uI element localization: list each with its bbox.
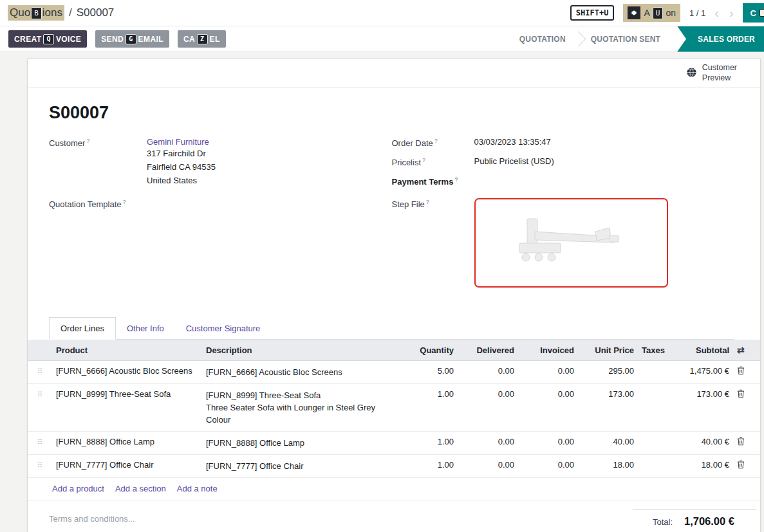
order-date-value[interactable]: 03/03/2023 13:35:47 bbox=[474, 137, 551, 147]
add-product-link[interactable]: Add a product bbox=[52, 484, 104, 493]
send-email-button[interactable]: SEND G EMAIL bbox=[95, 30, 169, 48]
delete-row-icon[interactable] bbox=[737, 437, 745, 448]
order-line-row[interactable]: ⠿ [FURN_6666] Acoustic Bloc Screens [FUR… bbox=[28, 361, 760, 384]
cell-delivered[interactable]: 0.00 bbox=[458, 455, 518, 478]
column-subtotal[interactable]: Subtotal bbox=[669, 340, 733, 361]
cell-quantity[interactable]: 1.00 bbox=[398, 432, 458, 455]
cell-invoiced[interactable]: 0.00 bbox=[518, 432, 578, 455]
column-product[interactable]: Product bbox=[52, 340, 202, 361]
cell-quantity[interactable]: 1.00 bbox=[398, 384, 458, 432]
cell-quantity[interactable]: 5.00 bbox=[398, 361, 458, 384]
breadcrumb-section-text: Quo bbox=[10, 6, 30, 19]
cell-invoiced[interactable]: 0.00 bbox=[518, 455, 578, 478]
terms-placeholder-input[interactable]: Terms and conditions... bbox=[49, 509, 135, 524]
drag-handle-icon[interactable]: ⠿ bbox=[37, 461, 42, 469]
cell-product[interactable]: [FURN_7777] Office Chair bbox=[52, 455, 202, 478]
pager-next-icon[interactable]: › bbox=[729, 6, 734, 19]
step-file-image[interactable] bbox=[474, 198, 668, 288]
stage-sales-order[interactable]: SALES ORDER bbox=[677, 26, 764, 52]
cell-delivered[interactable]: 0.00 bbox=[458, 361, 518, 384]
stage-quotation-sent[interactable]: QUOTATION SENT bbox=[581, 26, 671, 52]
cell-unit-price[interactable]: 173.00 bbox=[578, 384, 638, 432]
cell-unit-price[interactable]: 40.00 bbox=[578, 432, 638, 455]
tab-order-lines[interactable]: Order Lines bbox=[49, 317, 116, 340]
action-menu-button[interactable]: A U on bbox=[623, 4, 680, 22]
cell-description[interactable]: [FURN_7777] Office Chair bbox=[202, 455, 398, 478]
cell-product[interactable]: [FURN_8999] Three-Seat Sofa bbox=[52, 384, 202, 432]
cell-quantity[interactable]: 1.00 bbox=[398, 455, 458, 478]
cell-taxes[interactable] bbox=[638, 361, 669, 384]
cell-unit-price[interactable]: 295.00 bbox=[578, 361, 638, 384]
customer-preview-button[interactable]: Customer Preview bbox=[686, 63, 737, 83]
column-invoiced[interactable]: Invoiced bbox=[518, 340, 578, 361]
shortcut-badge-g: G bbox=[126, 34, 136, 44]
content-area: Customer Preview S00007 Customer? Gemini… bbox=[0, 52, 764, 532]
column-quantity[interactable]: Quantity bbox=[398, 340, 458, 361]
drag-handle-icon[interactable]: ⠿ bbox=[37, 367, 42, 375]
delete-row-icon[interactable] bbox=[737, 389, 745, 400]
cell-invoiced[interactable]: 0.00 bbox=[518, 361, 578, 384]
cell-product[interactable]: [FURN_8888] Office Lamp bbox=[52, 432, 202, 455]
cell-description[interactable]: [FURN_8888] Office Lamp bbox=[202, 432, 398, 455]
cell-description[interactable]: [FURN_6666] Acoustic Bloc Screens bbox=[202, 361, 398, 384]
cell-delivered[interactable]: 0.00 bbox=[458, 384, 518, 432]
record-title[interactable]: S00007 bbox=[49, 103, 734, 123]
cell-delivered[interactable]: 0.00 bbox=[458, 432, 518, 455]
3d-model-preview bbox=[513, 212, 629, 274]
delete-row-icon[interactable] bbox=[737, 460, 745, 471]
create-invoice-button[interactable]: CREAT Q VOICE bbox=[8, 30, 87, 48]
cell-taxes[interactable] bbox=[638, 455, 669, 478]
customer-address-line: United States bbox=[147, 174, 216, 187]
pager-previous-icon[interactable]: ‹ bbox=[714, 6, 719, 19]
drag-handle-icon[interactable]: ⠿ bbox=[37, 390, 42, 398]
notebook-tabs: Order Lines Other Info Customer Signatur… bbox=[49, 317, 734, 340]
customer-link[interactable]: Gemini Furniture bbox=[147, 137, 209, 147]
description-line: [FURN_7777] Office Chair bbox=[206, 460, 395, 472]
delete-row-icon[interactable] bbox=[737, 366, 745, 377]
field-grid: Customer? Gemini Furniture 317 Fairchild… bbox=[49, 137, 734, 299]
breadcrumb-quotations-link[interactable]: Quo B ions bbox=[8, 5, 64, 21]
add-note-link[interactable]: Add a note bbox=[177, 484, 218, 493]
cell-taxes[interactable] bbox=[638, 384, 669, 432]
action-buttons: CREAT Q VOICE SEND G EMAIL CA Z EL bbox=[8, 30, 226, 48]
cell-taxes[interactable] bbox=[638, 432, 669, 455]
order-line-row[interactable]: ⠿ [FURN_7777] Office Chair [FURN_7777] O… bbox=[28, 455, 760, 478]
column-unit-price[interactable]: Unit Price bbox=[578, 340, 638, 361]
optional-columns-icon[interactable]: ⇄ bbox=[737, 345, 745, 355]
create-button[interactable]: C bbox=[743, 3, 764, 23]
stage-quotation[interactable]: QUOTATION bbox=[509, 26, 576, 52]
order-line-row[interactable]: ⠿ [FURN_8999] Three-Seat Sofa [FURN_8999… bbox=[28, 384, 760, 432]
cell-subtotal: 1,475.00 € bbox=[669, 361, 733, 384]
cell-unit-price[interactable]: 18.00 bbox=[578, 455, 638, 478]
form-sheet: Customer Preview S00007 Customer? Gemini… bbox=[27, 59, 761, 532]
topbar-right: SHIFT+U A U on 1 / 1 ‹ › C bbox=[570, 3, 764, 23]
total-value: 1,706.00 € bbox=[684, 515, 734, 527]
drag-handle-icon[interactable]: ⠿ bbox=[37, 438, 42, 446]
breadcrumb-section-text: ions bbox=[42, 6, 62, 19]
breadcrumb: Quo B ions / S00007 bbox=[8, 5, 114, 21]
column-description[interactable]: Description bbox=[202, 340, 398, 361]
tab-customer-signature[interactable]: Customer Signature bbox=[175, 318, 272, 339]
help-icon: ? bbox=[86, 138, 89, 144]
tab-other-info[interactable]: Other Info bbox=[116, 318, 175, 339]
cell-description[interactable]: [FURN_8999] Three-Seat Sofa Three Seater… bbox=[202, 384, 398, 432]
field-order-date: Order Date? 03/03/2023 13:35:47 bbox=[392, 137, 735, 156]
customer-address-line: 317 Fairchild Dr bbox=[147, 147, 216, 160]
cell-product[interactable]: [FURN_6666] Acoustic Bloc Screens bbox=[52, 361, 202, 384]
column-taxes[interactable]: Taxes bbox=[638, 340, 669, 361]
cell-invoiced[interactable]: 0.00 bbox=[518, 384, 578, 432]
quotation-template-label: Quotation Template? bbox=[49, 198, 147, 209]
order-line-row[interactable]: ⠿ [FURN_8888] Office Lamp [FURN_8888] Of… bbox=[28, 432, 760, 455]
statusbar: CREAT Q VOICE SEND G EMAIL CA Z EL QUOTA… bbox=[0, 26, 764, 52]
pricelist-value[interactable]: Public Pricelist (USD) bbox=[474, 156, 554, 166]
add-section-link[interactable]: Add a section bbox=[115, 484, 166, 493]
line-add-links: Add a product Add a section Add a note bbox=[28, 478, 760, 500]
breadcrumb-record: S00007 bbox=[77, 6, 115, 19]
column-delivered[interactable]: Delivered bbox=[458, 340, 518, 361]
field-pricelist: Pricelist? Public Pricelist (USD) bbox=[392, 156, 735, 176]
description-line: [FURN_6666] Acoustic Bloc Screens bbox=[206, 366, 395, 378]
shortcut-badge-create bbox=[759, 9, 764, 17]
field-column-left: Customer? Gemini Furniture 317 Fairchild… bbox=[49, 137, 392, 299]
totals-block: Total: 1,706.00 € bbox=[633, 509, 756, 532]
cancel-button[interactable]: CA Z EL bbox=[178, 30, 226, 48]
